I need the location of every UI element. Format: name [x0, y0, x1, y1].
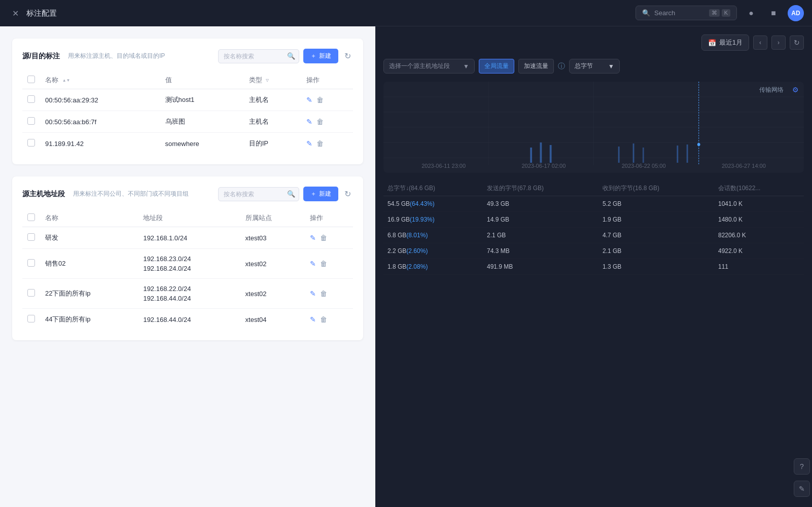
row2-type: 主机名 — [244, 111, 301, 133]
col-sent-bytes: 发送的字节(67.8 GB) — [483, 181, 598, 196]
col-sessions: 会话数(10622... — [714, 181, 804, 196]
s2-row2-checkbox[interactable] — [27, 259, 35, 267]
s2-row2-check — [22, 249, 40, 279]
modal-title: 标注配置 — [26, 9, 57, 18]
cell-recv-3: 2.1 GB — [598, 243, 714, 259]
s2-row4-actions: ✎ 🗑 — [305, 309, 353, 331]
edit-sidebar-btn[interactable]: ✎ — [794, 481, 810, 497]
table-row: 研发 192.168.1.0/24 xtest03 ✎ 🗑 — [22, 227, 353, 249]
global-flow-btn[interactable]: 全局流量 — [479, 59, 514, 74]
section2-new-button[interactable]: ＋ 新建 — [303, 187, 338, 201]
delete-icon-2-3[interactable]: 🗑 — [320, 315, 327, 323]
section2-search-wrap: 🔍 — [218, 187, 299, 201]
col-action-header-1: 操作 — [301, 71, 353, 89]
keyboard-hint: ⌘ K — [709, 9, 730, 17]
col-value-header: 值 — [160, 71, 244, 89]
col-total-bytes: 总字节↓(84.6 GB) — [383, 181, 483, 196]
edit-icon-1-1[interactable]: ✎ — [306, 118, 312, 126]
section2-reload-button[interactable]: ↻ — [342, 187, 353, 201]
date-picker-button[interactable]: 📅 最近1月 — [701, 34, 749, 51]
chart-area: 2023-06-11 23:00 2023-06-17 02:00 2023-0… — [383, 82, 804, 173]
edit-icon-1-2[interactable]: ✎ — [306, 139, 312, 148]
section2-title: 源主机地址段 — [22, 190, 65, 199]
table-row: 2.2 GB(2.60%) 74.3 MB 2.1 GB 4922.0 K — [383, 243, 804, 259]
user-avatar[interactable]: AD — [788, 5, 804, 21]
row3-type: 目的IP — [244, 133, 301, 155]
s2-row3-addr: 192.168.22.0/24 192.168.44.0/24 — [138, 279, 240, 309]
table-row: 1.8 GB(2.08%) 491.9 MB 1.3 GB 111 — [383, 259, 804, 275]
bytes-dropdown[interactable]: 总字节 ▼ — [569, 59, 620, 74]
s2-row4-checkbox[interactable] — [27, 315, 35, 322]
row3-checkbox[interactable] — [27, 139, 35, 147]
edit-icon-1-0[interactable]: ✎ — [306, 96, 312, 104]
cell-total-1: 16.9 GB(19.93%) — [383, 212, 483, 228]
edit-icon-2-1[interactable]: ✎ — [310, 260, 316, 268]
delete-icon-2-2[interactable]: 🗑 — [320, 289, 327, 298]
col-received-bytes: 收到的字节(16.8 GB) — [598, 181, 714, 196]
host-address-dropdown[interactable]: 选择一个源主机地址段 ▼ — [383, 59, 475, 74]
kbd-k: K — [722, 9, 730, 17]
row1-check-cell — [22, 89, 40, 111]
modal-close-button[interactable]: ✕ — [10, 8, 20, 18]
select-all-checkbox-2[interactable] — [27, 213, 35, 221]
col-type-header: 类型 ▿ — [244, 71, 301, 89]
row3-name: 91.189.91.42 — [40, 133, 160, 155]
section1-reload-button[interactable]: ↻ — [342, 49, 353, 63]
kbd-cmd: ⌘ — [709, 9, 720, 17]
section1-table: 名称 ▲▼ 值 类型 ▿ 操作 — [22, 71, 353, 154]
row3-actions: ✎ 🗑 — [301, 133, 353, 155]
section-host-addr: 源主机地址段 用来标注不同公司、不同部门或不同项目组 🔍 ＋ 新建 ↻ — [12, 176, 363, 340]
cell-total-2: 6.8 GB(8.01%) — [383, 228, 483, 243]
cell-sent-3: 74.3 MB — [483, 243, 598, 259]
chart-icon-btn[interactable]: ■ — [765, 5, 782, 21]
edit-icon-2-3[interactable]: ✎ — [310, 315, 316, 323]
search-placeholder-text: Search — [654, 9, 675, 17]
s2-row3-checkbox[interactable] — [27, 289, 35, 297]
cell-recv-4: 1.3 GB — [598, 259, 714, 275]
s2-row3-name: 22下面的所有ip — [40, 279, 138, 309]
cell-sent-1: 14.9 GB — [483, 212, 598, 228]
delete-icon-1-1[interactable]: 🗑 — [316, 118, 324, 126]
modal-content: 源/目的标注 用来标注源主机、目的域名或目的IP 🔍 ＋ 新建 ↻ — [0, 26, 375, 365]
host-dropdown-label: 选择一个源主机地址段 — [389, 62, 450, 70]
delete-icon-2-0[interactable]: 🗑 — [320, 234, 327, 242]
table-row: 销售02 192.168.23.0/24 192.168.24.0/24 xte… — [22, 249, 353, 279]
accel-flow-btn[interactable]: 加速流量 — [518, 59, 554, 74]
row2-checkbox[interactable] — [27, 117, 35, 125]
row3-check-cell — [22, 133, 40, 155]
chart-svg — [383, 82, 804, 173]
svg-rect-9 — [540, 142, 542, 163]
chart-date-0: 2023-06-11 23:00 — [421, 163, 466, 169]
global-search[interactable]: 🔍 Search ⌘ K — [636, 6, 737, 20]
s2-row1-site: xtest03 — [240, 227, 305, 249]
prev-btn[interactable]: ‹ — [753, 35, 767, 50]
help-sidebar-btn[interactable]: ? — [794, 458, 810, 475]
select-all-checkbox-1[interactable] — [27, 76, 35, 83]
s2-row1-name: 研发 — [40, 227, 138, 249]
cell-sess-4: 111 — [714, 259, 804, 275]
svg-point-17 — [697, 143, 700, 146]
section1-search-wrap: 🔍 — [218, 49, 299, 63]
cell-sess-0: 1041.0 K — [714, 196, 804, 212]
s2-row1-checkbox[interactable] — [27, 233, 35, 241]
col-name-header-2: 名称 — [40, 209, 138, 227]
next-btn[interactable]: › — [771, 35, 786, 50]
s2-row3-check — [22, 279, 40, 309]
row3-value: somewhere — [160, 133, 244, 155]
chevron-down-icon: ▼ — [463, 63, 469, 70]
s2-row3-site: xtest02 — [240, 279, 305, 309]
delete-icon-1-2[interactable]: 🗑 — [316, 139, 324, 148]
svg-rect-10 — [550, 145, 552, 163]
s2-row1-check — [22, 227, 40, 249]
table-row: 91.189.91.42 somewhere 目的IP ✎ 🗑 — [22, 133, 353, 155]
help-icon-btn[interactable]: ● — [743, 5, 759, 21]
delete-icon-1-0[interactable]: 🗑 — [316, 96, 324, 104]
row1-checkbox[interactable] — [27, 95, 35, 103]
date-picker-label: 最近1月 — [719, 38, 743, 47]
table-row: 22下面的所有ip 192.168.22.0/24 192.168.44.0/2… — [22, 279, 353, 309]
delete-icon-2-1[interactable]: 🗑 — [320, 260, 327, 268]
section2-new-label: 新建 — [319, 190, 331, 198]
edit-icon-2-2[interactable]: ✎ — [310, 289, 316, 298]
edit-icon-2-0[interactable]: ✎ — [310, 234, 316, 242]
section1-new-button[interactable]: ＋ 新建 — [303, 49, 338, 63]
